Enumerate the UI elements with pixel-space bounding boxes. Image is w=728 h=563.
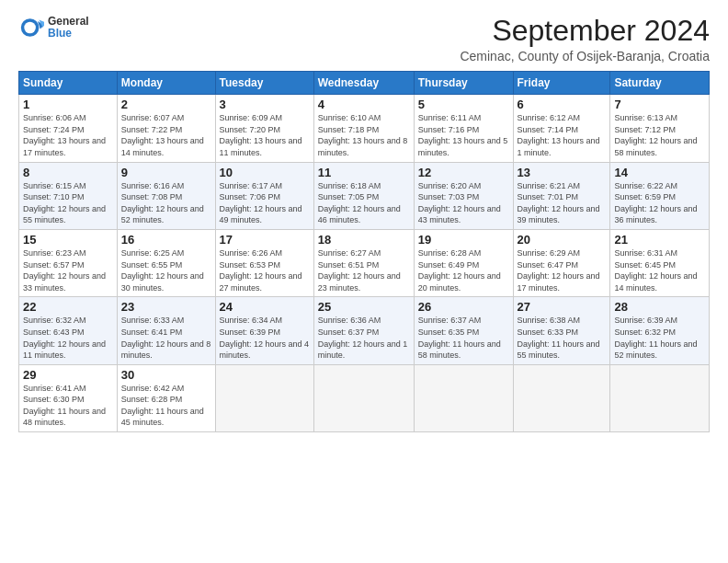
day-number: 14 <box>614 166 705 179</box>
day-info: Sunrise: 6:39 AMSunset: 6:32 PMDaylight:… <box>614 315 705 361</box>
day-info: Sunrise: 6:20 AMSunset: 7:03 PMDaylight:… <box>418 180 509 226</box>
calendar-cell <box>414 364 513 431</box>
day-info: Sunrise: 6:15 AMSunset: 7:10 PMDaylight:… <box>23 180 113 226</box>
calendar-cell: 30Sunrise: 6:42 AMSunset: 6:28 PMDayligh… <box>117 364 215 431</box>
page: General Blue September 2024 Ceminac, Cou… <box>0 0 728 563</box>
calendar-cell: 26Sunrise: 6:37 AMSunset: 6:35 PMDayligh… <box>414 297 513 364</box>
day-number: 11 <box>318 166 410 179</box>
day-number: 2 <box>121 98 211 111</box>
calendar-cell: 8Sunrise: 6:15 AMSunset: 7:10 PMDaylight… <box>19 162 118 229</box>
day-number: 16 <box>121 233 211 247</box>
calendar-cell: 3Sunrise: 6:09 AMSunset: 7:20 PMDaylight… <box>215 95 313 162</box>
day-number: 23 <box>121 300 211 314</box>
calendar-cell: 7Sunrise: 6:13 AMSunset: 7:12 PMDaylight… <box>610 95 710 162</box>
day-info: Sunrise: 6:12 AMSunset: 7:14 PMDaylight:… <box>518 112 607 158</box>
calendar-week-4: 22Sunrise: 6:32 AMSunset: 6:43 PMDayligh… <box>19 297 710 364</box>
svg-point-1 <box>24 22 36 34</box>
logo-text: General Blue <box>48 16 89 40</box>
calendar-cell: 1Sunrise: 6:06 AMSunset: 7:24 PMDaylight… <box>19 95 118 162</box>
calendar-cell: 4Sunrise: 6:10 AMSunset: 7:18 PMDaylight… <box>313 95 414 162</box>
day-number: 15 <box>23 233 113 247</box>
day-info: Sunrise: 6:41 AMSunset: 6:30 PMDaylight:… <box>23 383 113 429</box>
day-number: 25 <box>318 300 410 314</box>
day-info: Sunrise: 6:34 AMSunset: 6:39 PMDaylight:… <box>220 315 310 361</box>
day-number: 9 <box>121 166 211 179</box>
day-number: 20 <box>518 233 607 247</box>
calendar-cell: 10Sunrise: 6:17 AMSunset: 7:06 PMDayligh… <box>215 162 313 229</box>
day-info: Sunrise: 6:28 AMSunset: 6:49 PMDaylight:… <box>418 247 509 293</box>
day-number: 12 <box>418 166 509 179</box>
day-info: Sunrise: 6:10 AMSunset: 7:18 PMDaylight:… <box>318 112 410 158</box>
day-number: 8 <box>23 166 113 179</box>
calendar-cell: 9Sunrise: 6:16 AMSunset: 7:08 PMDaylight… <box>117 162 215 229</box>
day-header-saturday: Saturday <box>610 72 710 95</box>
day-number: 21 <box>614 233 705 247</box>
calendar-cell: 5Sunrise: 6:11 AMSunset: 7:16 PMDaylight… <box>414 95 513 162</box>
day-info: Sunrise: 6:37 AMSunset: 6:35 PMDaylight:… <box>418 315 509 361</box>
calendar-cell: 15Sunrise: 6:23 AMSunset: 6:57 PMDayligh… <box>19 229 118 296</box>
day-info: Sunrise: 6:09 AMSunset: 7:20 PMDaylight:… <box>220 112 310 158</box>
calendar-header-row: SundayMondayTuesdayWednesdayThursdayFrid… <box>19 72 710 95</box>
calendar-cell <box>215 364 313 431</box>
day-info: Sunrise: 6:27 AMSunset: 6:51 PMDaylight:… <box>318 247 410 293</box>
day-info: Sunrise: 6:21 AMSunset: 7:01 PMDaylight:… <box>518 180 607 226</box>
day-number: 18 <box>318 233 410 247</box>
day-info: Sunrise: 6:06 AMSunset: 7:24 PMDaylight:… <box>23 112 113 158</box>
calendar-cell: 13Sunrise: 6:21 AMSunset: 7:01 PMDayligh… <box>513 162 610 229</box>
calendar-cell: 29Sunrise: 6:41 AMSunset: 6:30 PMDayligh… <box>19 364 118 431</box>
calendar-cell: 23Sunrise: 6:33 AMSunset: 6:41 PMDayligh… <box>117 297 215 364</box>
day-info: Sunrise: 6:26 AMSunset: 6:53 PMDaylight:… <box>220 247 310 293</box>
day-info: Sunrise: 6:31 AMSunset: 6:45 PMDaylight:… <box>614 247 705 293</box>
calendar-cell: 28Sunrise: 6:39 AMSunset: 6:32 PMDayligh… <box>610 297 710 364</box>
calendar-cell: 2Sunrise: 6:07 AMSunset: 7:22 PMDaylight… <box>117 95 215 162</box>
day-info: Sunrise: 6:38 AMSunset: 6:33 PMDaylight:… <box>518 315 607 361</box>
calendar-cell: 19Sunrise: 6:28 AMSunset: 6:49 PMDayligh… <box>414 229 513 296</box>
day-number: 17 <box>220 233 310 247</box>
day-info: Sunrise: 6:11 AMSunset: 7:16 PMDaylight:… <box>418 112 509 158</box>
day-number: 27 <box>518 300 607 314</box>
day-info: Sunrise: 6:13 AMSunset: 7:12 PMDaylight:… <box>614 112 705 158</box>
calendar-week-5: 29Sunrise: 6:41 AMSunset: 6:30 PMDayligh… <box>19 364 710 431</box>
day-header-tuesday: Tuesday <box>215 72 313 95</box>
logo: General Blue <box>18 15 89 40</box>
calendar-cell <box>513 364 610 431</box>
day-number: 5 <box>418 98 509 111</box>
calendar-cell: 25Sunrise: 6:36 AMSunset: 6:37 PMDayligh… <box>313 297 414 364</box>
day-number: 3 <box>220 98 310 111</box>
day-info: Sunrise: 6:17 AMSunset: 7:06 PMDaylight:… <box>220 180 310 226</box>
calendar-cell: 6Sunrise: 6:12 AMSunset: 7:14 PMDaylight… <box>513 95 610 162</box>
calendar-cell <box>610 364 710 431</box>
day-number: 30 <box>121 368 211 382</box>
calendar-week-2: 8Sunrise: 6:15 AMSunset: 7:10 PMDaylight… <box>19 162 710 229</box>
day-number: 1 <box>23 98 113 111</box>
day-header-friday: Friday <box>513 72 610 95</box>
day-info: Sunrise: 6:42 AMSunset: 6:28 PMDaylight:… <box>121 383 211 429</box>
day-number: 4 <box>318 98 410 111</box>
logo-blue: Blue <box>48 28 89 40</box>
day-info: Sunrise: 6:25 AMSunset: 6:55 PMDaylight:… <box>121 247 211 293</box>
calendar-cell: 21Sunrise: 6:31 AMSunset: 6:45 PMDayligh… <box>610 229 710 296</box>
calendar-week-1: 1Sunrise: 6:06 AMSunset: 7:24 PMDaylight… <box>19 95 710 162</box>
day-info: Sunrise: 6:16 AMSunset: 7:08 PMDaylight:… <box>121 180 211 226</box>
day-number: 13 <box>518 166 607 179</box>
day-info: Sunrise: 6:18 AMSunset: 7:05 PMDaylight:… <box>318 180 410 226</box>
day-info: Sunrise: 6:33 AMSunset: 6:41 PMDaylight:… <box>121 315 211 361</box>
day-number: 7 <box>614 98 705 111</box>
day-info: Sunrise: 6:32 AMSunset: 6:43 PMDaylight:… <box>23 315 113 361</box>
calendar-cell: 22Sunrise: 6:32 AMSunset: 6:43 PMDayligh… <box>19 297 118 364</box>
calendar-cell: 12Sunrise: 6:20 AMSunset: 7:03 PMDayligh… <box>414 162 513 229</box>
calendar-cell: 18Sunrise: 6:27 AMSunset: 6:51 PMDayligh… <box>313 229 414 296</box>
day-number: 10 <box>220 166 310 179</box>
header: General Blue September 2024 Ceminac, Cou… <box>18 15 710 63</box>
calendar: SundayMondayTuesdayWednesdayThursdayFrid… <box>18 71 710 432</box>
day-number: 6 <box>518 98 607 111</box>
day-number: 29 <box>23 368 113 382</box>
day-info: Sunrise: 6:22 AMSunset: 6:59 PMDaylight:… <box>614 180 705 226</box>
day-number: 19 <box>418 233 509 247</box>
day-number: 22 <box>23 300 113 314</box>
calendar-cell: 14Sunrise: 6:22 AMSunset: 6:59 PMDayligh… <box>610 162 710 229</box>
calendar-cell: 11Sunrise: 6:18 AMSunset: 7:05 PMDayligh… <box>313 162 414 229</box>
title-block: September 2024 Ceminac, County of Osijek… <box>460 15 710 63</box>
day-info: Sunrise: 6:36 AMSunset: 6:37 PMDaylight:… <box>318 315 410 361</box>
calendar-cell: 16Sunrise: 6:25 AMSunset: 6:55 PMDayligh… <box>117 229 215 296</box>
